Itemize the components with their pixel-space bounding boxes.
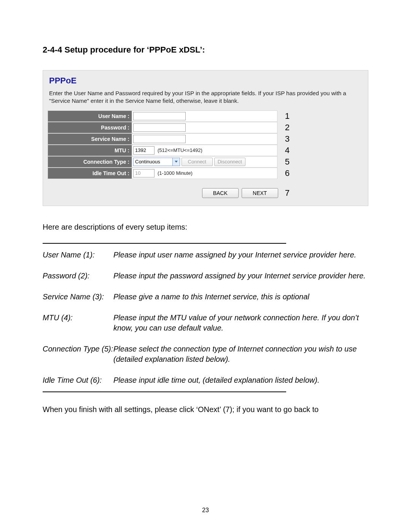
pppoe-panel: PPPoE Enter the User Name and Password r… [43, 70, 368, 206]
def-term: Idle Time Out (6): [43, 375, 113, 385]
num-3: 3 [280, 133, 290, 145]
idle-timeout-input[interactable] [133, 169, 155, 177]
next-button[interactable]: NEXT [242, 188, 278, 198]
row-username: User Name : 1 [48, 110, 364, 122]
def-term: Password (2): [43, 271, 113, 281]
service-name-input[interactable] [133, 135, 186, 143]
num-2: 2 [280, 122, 290, 133]
def-row: Idle Time Out (6): Please input idle tim… [43, 375, 368, 385]
def-term: MTU (4): [43, 313, 113, 333]
definitions-list: User Name (1): Please input user name as… [43, 250, 368, 385]
password-input[interactable] [133, 123, 186, 132]
num-6: 6 [280, 168, 290, 179]
mtu-hint: (512<=MTU<=1492) [158, 147, 202, 153]
page-number: 23 [0, 507, 411, 514]
label-idle-timeout: Idle Time Out : [48, 168, 132, 179]
num-7: 7 [285, 188, 290, 198]
row-connection-type: Connection Type : Continuous Connect Dis… [48, 156, 364, 168]
def-text: Please input the MTU value of your netwo… [113, 313, 368, 333]
chevron-down-icon [172, 158, 180, 166]
connection-type-value: Continuous [134, 159, 172, 165]
def-text: Please give a name to this Internet serv… [113, 292, 368, 302]
label-password: Password : [48, 122, 132, 133]
idle-hint: (1-1000 Minute) [158, 170, 193, 176]
row-mtu: MTU : (512<=MTU<=1492) 4 [48, 145, 364, 156]
def-text: Please input user name assigned by your … [113, 250, 368, 260]
panel-description: Enter the User Name and Password require… [49, 89, 363, 105]
row-service-name: Service Name : 3 [48, 133, 364, 145]
num-4: 4 [280, 145, 290, 156]
def-row: Password (2): Please input the password … [43, 271, 368, 281]
def-text: Please input idle time out, (detailed ex… [113, 375, 368, 385]
label-mtu: MTU : [48, 145, 132, 156]
def-row: Service Name (3): Please give a name to … [43, 292, 368, 302]
panel-title: PPPoE [49, 76, 364, 86]
def-row: User Name (1): Please input user name as… [43, 250, 368, 260]
back-button[interactable]: BACK [202, 188, 239, 198]
section-heading: 2-4-4 Setup procedure for ‘PPPoE xDSL’: [43, 45, 368, 55]
row-idle-timeout: Idle Time Out : (1-1000 Minute) 6 [48, 168, 364, 179]
def-term: Service Name (3): [43, 292, 113, 302]
closing-text: When you finish with all settings, pleas… [43, 405, 368, 414]
mtu-input[interactable] [133, 146, 155, 155]
divider-bottom [43, 391, 286, 392]
def-text: Please input the password assigned by yo… [113, 271, 368, 281]
def-term: Connection Type (5): [43, 344, 113, 364]
def-row: Connection Type (5): Please select the c… [43, 344, 368, 364]
def-text: Please select the connection type of Int… [113, 344, 368, 364]
row-password: Password : 2 [48, 122, 364, 133]
disconnect-button[interactable]: Disconnect [214, 158, 245, 166]
num-5: 5 [280, 156, 290, 168]
username-input[interactable] [133, 112, 186, 120]
label-connection-type: Connection Type : [48, 156, 132, 168]
def-term: User Name (1): [43, 250, 113, 260]
label-service-name: Service Name : [48, 133, 132, 145]
label-username: User Name : [48, 110, 132, 122]
connection-type-select[interactable]: Continuous [133, 158, 180, 166]
descriptions-intro: Here are descriptions of every setup ite… [43, 223, 368, 232]
num-1: 1 [280, 110, 290, 122]
connect-button[interactable]: Connect [182, 158, 213, 166]
def-row: MTU (4): Please input the MTU value of y… [43, 313, 368, 333]
divider-top [43, 243, 286, 244]
